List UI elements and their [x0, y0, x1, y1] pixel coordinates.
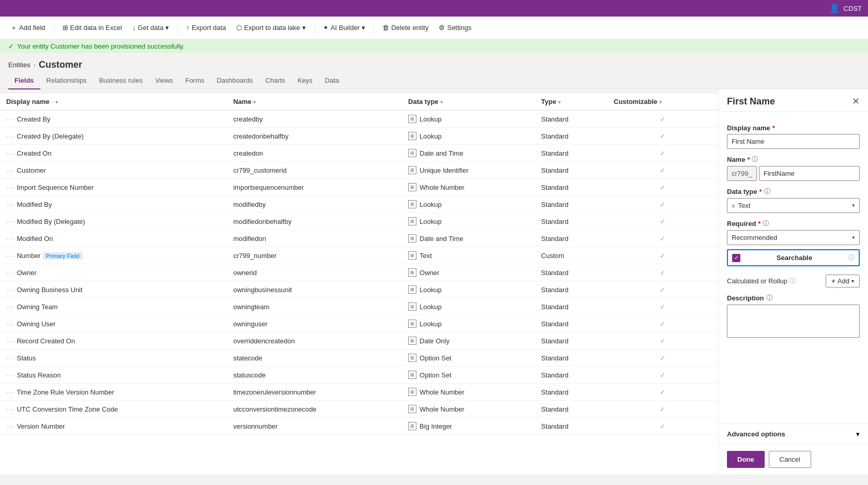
table-row[interactable]: ··· Modified By modifiedby ⊞ Lookup Stan…: [0, 196, 718, 213]
table-row[interactable]: ··· Import Sequence Number importsequenc…: [0, 179, 718, 196]
table-row[interactable]: ··· UTC Conversion Time Zone Code utccon…: [0, 401, 718, 418]
tab-business-rules[interactable]: Business rules: [93, 72, 149, 89]
dtype-icon: ⊞: [408, 422, 416, 430]
table-row[interactable]: ··· Owning Team owningteam ⊞ Lookup Stan…: [0, 298, 718, 315]
user-icon: 👤: [829, 4, 840, 13]
cell-type: Standard: [535, 230, 607, 247]
table-row[interactable]: ··· Owning User owninguser ⊞ Lookup Stan…: [0, 315, 718, 332]
cell-name: modifiedby: [227, 196, 402, 213]
breadcrumb-entities[interactable]: Entities: [8, 61, 30, 69]
table-row[interactable]: ··· Status statecode ⊞ Option Set Standa…: [0, 350, 718, 367]
row-menu[interactable]: ···: [6, 149, 15, 157]
check-icon: ✓: [660, 422, 665, 430]
export-data-button[interactable]: ↑ Export data: [182, 22, 230, 34]
cell-customizable: ✓: [608, 264, 718, 281]
cell-customizable: ✓: [608, 247, 718, 264]
settings-button[interactable]: ⚙ Settings: [435, 22, 475, 34]
calc-info-icon[interactable]: ⓘ: [789, 277, 796, 285]
table-row[interactable]: ··· Modified By (Delegate) modifiedonbeh…: [0, 213, 718, 230]
row-menu[interactable]: ···: [6, 388, 15, 396]
row-menu[interactable]: ···: [6, 320, 15, 328]
advanced-options-row[interactable]: Advanced options ▾: [719, 423, 868, 444]
col-display-name[interactable]: Display name ↑ ▾: [0, 94, 227, 110]
check-icon: ✓: [660, 269, 665, 277]
tab-charts[interactable]: Charts: [259, 72, 291, 89]
required-select[interactable]: Recommended ▾: [727, 230, 860, 245]
table-row[interactable]: ··· Time Zone Rule Version Number timezo…: [0, 384, 718, 401]
row-menu[interactable]: ···: [6, 354, 15, 362]
table-row[interactable]: ··· Status Reason statuscode ⊞ Option Se…: [0, 367, 718, 384]
cell-name: versionnumber: [227, 418, 402, 435]
col-name[interactable]: Name ▾: [227, 94, 402, 110]
dtype-info-icon[interactable]: ⓘ: [764, 187, 770, 196]
row-menu[interactable]: ···: [6, 252, 15, 260]
row-menu[interactable]: ···: [6, 132, 15, 140]
calculated-row: Calculated or Rollup ⓘ + Add ▾: [727, 275, 860, 287]
description-input[interactable]: [727, 305, 860, 338]
tab-fields[interactable]: Fields: [8, 72, 40, 89]
row-menu[interactable]: ···: [6, 184, 15, 191]
export-lake-button[interactable]: ⬡ Export to data lake ▾: [232, 22, 309, 34]
row-menu[interactable]: ···: [6, 115, 15, 123]
searchable-info-icon[interactable]: ⓘ: [848, 253, 855, 262]
cell-customizable: ✓: [608, 418, 718, 435]
row-menu[interactable]: ···: [6, 201, 15, 208]
data-type-select[interactable]: ≡ Text ▾: [727, 198, 860, 213]
cell-type: Standard: [535, 145, 607, 162]
cell-type: Standard: [535, 418, 607, 435]
searchable-checkbox[interactable]: ✓: [732, 254, 740, 262]
row-menu[interactable]: ···: [6, 371, 15, 379]
add-field-button[interactable]: ＋ Add field: [6, 21, 50, 35]
name-input[interactable]: [759, 166, 860, 181]
cell-display-name: ··· Status: [0, 350, 227, 367]
row-menu[interactable]: ···: [6, 303, 15, 311]
row-menu[interactable]: ···: [6, 337, 15, 345]
download-icon: ↓: [132, 24, 136, 32]
row-menu[interactable]: ···: [6, 218, 15, 225]
table-row[interactable]: ··· Owning Business Unit owningbusinessu…: [0, 281, 718, 298]
done-button[interactable]: Done: [727, 451, 765, 468]
cancel-button[interactable]: Cancel: [769, 451, 811, 468]
col-type[interactable]: Type ▾: [535, 94, 607, 110]
tab-data[interactable]: Data: [319, 72, 345, 89]
table-row[interactable]: ··· Customer cr799_customerid ⊞ Unique I…: [0, 162, 718, 179]
cell-dtype: ⊞ Whole Number: [402, 384, 535, 401]
cell-dtype: ⊞ Lookup: [402, 315, 535, 332]
table-row[interactable]: ··· Version Number versionnumber ⊞ Big I…: [0, 418, 718, 435]
cell-dtype: ⊞ Unique Identifier: [402, 162, 535, 179]
name-prefix: cr799_: [727, 166, 757, 181]
panel-close-button[interactable]: ✕: [852, 96, 860, 107]
row-menu[interactable]: ···: [6, 166, 15, 174]
table-row[interactable]: ··· Created On createdon ⊞ Date and Time…: [0, 145, 718, 162]
table-row[interactable]: ··· Created By (Delegate) createdonbehal…: [0, 128, 718, 145]
display-name-input[interactable]: [727, 134, 860, 149]
tab-forms[interactable]: Forms: [179, 72, 211, 89]
delete-entity-button[interactable]: 🗑 Delete entity: [378, 22, 432, 34]
row-menu[interactable]: ···: [6, 235, 15, 242]
name-info-icon[interactable]: ⓘ: [752, 155, 758, 164]
table-row[interactable]: ··· Owner ownerid ⊞ Owner Standard ✓: [0, 264, 718, 281]
row-menu[interactable]: ···: [6, 269, 15, 277]
table-row[interactable]: ··· NumberPrimary Field cr799_number ⊞ T…: [0, 247, 718, 264]
table-row[interactable]: ··· Modified On modifiedon ⊞ Date and Ti…: [0, 230, 718, 247]
col-customizable[interactable]: Customizable ▾: [608, 94, 718, 110]
row-menu[interactable]: ···: [6, 405, 15, 413]
cell-dtype: ⊞ Date and Time: [402, 145, 535, 162]
tab-relationships[interactable]: Relationships: [40, 72, 93, 89]
searchable-row[interactable]: ✓ Searchable ⓘ: [727, 249, 860, 266]
tab-views[interactable]: Views: [149, 72, 179, 89]
edit-excel-button[interactable]: ⊞ Edit data in Excel: [58, 22, 126, 34]
required-info-icon[interactable]: ⓘ: [763, 219, 769, 228]
desc-info-icon[interactable]: ⓘ: [766, 294, 772, 302]
tab-keys[interactable]: Keys: [291, 72, 319, 89]
col-data-type[interactable]: Data type ▾: [402, 94, 535, 110]
add-calc-button[interactable]: + Add ▾: [826, 275, 860, 287]
ai-builder-button[interactable]: ✦ AI Builder ▾: [319, 22, 369, 34]
table-row[interactable]: ··· Created By createdby ⊞ Lookup Standa…: [0, 110, 718, 128]
tab-dashboards[interactable]: Dashboards: [210, 72, 259, 89]
table-row[interactable]: ··· Record Created On overriddencreatedo…: [0, 332, 718, 350]
row-menu[interactable]: ···: [6, 286, 15, 294]
row-menu[interactable]: ···: [6, 422, 15, 430]
get-data-button[interactable]: ↓ Get data ▾: [128, 22, 173, 34]
dtype-icon: ⊞: [408, 251, 416, 260]
